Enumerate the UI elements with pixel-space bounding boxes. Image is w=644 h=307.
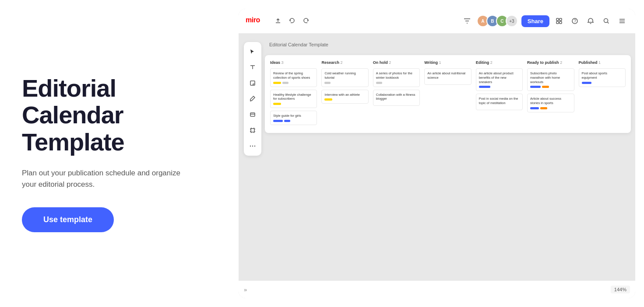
col-header-writing: Writing 1 (424, 60, 471, 65)
col-header-published: Published 1 (579, 60, 626, 65)
svg-rect-1 (556, 18, 559, 21)
kanban-card: Review of the spring collection of sport… (270, 68, 317, 87)
page-title: EditorialCalendarTemplate (22, 75, 217, 156)
kanban-card: Post in social media on the topic of med… (476, 94, 523, 110)
svg-point-11 (250, 146, 251, 147)
pen-tool[interactable] (246, 92, 260, 106)
svg-text:miro: miro (246, 16, 260, 24)
notification-icon[interactable] (584, 15, 597, 27)
svg-point-7 (604, 19, 608, 23)
svg-point-12 (252, 146, 253, 147)
board-label: Editorial Calendar Template (269, 42, 328, 47)
text-tool[interactable] (246, 60, 260, 74)
miro-canvas: miro (239, 9, 635, 298)
toolbar-right: A B C +3 Share ? (461, 15, 628, 27)
kanban-card: Interview with an athlete (321, 90, 368, 104)
column-editing: Editing 2 An article about product benef… (476, 60, 523, 128)
avatar-group: A B C +3 (477, 15, 518, 27)
sticky-note-tool[interactable] (246, 76, 260, 90)
kanban-card: A series of photos for the winter lookbo… (373, 68, 420, 87)
col-header-editing: Editing 2 (476, 60, 523, 65)
column-writing: Writing 1 An article about nutritional s… (424, 60, 471, 128)
svg-rect-9 (250, 113, 255, 116)
share-upload-icon[interactable] (272, 15, 284, 27)
svg-rect-4 (560, 21, 562, 24)
svg-rect-2 (560, 18, 562, 21)
zoom-level[interactable]: 144% (611, 286, 630, 293)
kanban-card: Article about success stories in sports (527, 94, 574, 112)
kanban-card: An article about nutritional science (424, 68, 471, 85)
column-ideas: Ideas 3 Review of the spring collection … (270, 60, 317, 128)
kanban-card: Style guide for girls (270, 111, 317, 125)
miro-logo: miro (246, 16, 264, 26)
col-header-ready-to-publish: Ready to publish 2 (527, 60, 574, 65)
kanban-columns: Ideas 3 Review of the spring collection … (270, 60, 626, 128)
miro-toolbar: miro (239, 9, 635, 33)
col-header-research: Research 2 (321, 60, 368, 65)
column-on-hold: On hold 2 A series of photos for the win… (373, 60, 420, 128)
kanban-card: An article about product benefits of the… (476, 68, 523, 91)
undo-icon[interactable] (286, 15, 298, 27)
canvas-area: Editorial Calendar Template Ideas 3 Revi… (239, 33, 635, 281)
select-tool[interactable] (246, 45, 260, 59)
col-header-ideas: Ideas 3 (270, 60, 317, 65)
svg-rect-8 (250, 81, 255, 85)
help-icon[interactable]: ? (569, 15, 581, 27)
kanban-board: Ideas 3 Review of the spring collection … (265, 55, 631, 133)
svg-rect-10 (251, 129, 254, 132)
kanban-card: Collaboration with a fitness blogger (373, 90, 420, 106)
redo-icon[interactable] (300, 15, 312, 27)
svg-point-13 (254, 146, 255, 147)
embed-tool[interactable] (246, 108, 260, 122)
kanban-card: Cold weather running tutorial (321, 68, 368, 87)
kanban-card: Healthy lifestyle challenge for subscrib… (270, 90, 317, 108)
use-template-button[interactable]: Use template (22, 207, 114, 232)
expand-icon[interactable]: » (244, 286, 247, 293)
col-header-on-hold: On hold 2 (373, 60, 420, 65)
frame-tool[interactable] (246, 123, 260, 137)
svg-text:?: ? (574, 19, 577, 24)
avatar-count: +3 (506, 15, 518, 27)
column-research: Research 2 Cold weather running tutorial… (321, 60, 368, 128)
left-panel: EditorialCalendarTemplate Plan out your … (0, 0, 239, 307)
svg-rect-3 (556, 21, 559, 24)
column-published: Published 1 Post about sports equipment (579, 60, 626, 128)
miro-bottom-bar: » 144% (239, 281, 635, 298)
left-sidebar (244, 42, 261, 156)
more-tools[interactable] (246, 139, 260, 153)
filter-icon[interactable] (461, 15, 473, 27)
settings-icon[interactable] (553, 15, 565, 27)
kanban-card: Subscribers photo marathon with home wor… (527, 68, 574, 91)
subtitle: Plan out your publication schedule and o… (22, 167, 188, 190)
menu-icon[interactable] (616, 15, 628, 27)
kanban-card: Post about sports equipment (579, 68, 626, 87)
share-button[interactable]: Share (521, 15, 549, 27)
search-icon[interactable] (600, 15, 612, 27)
column-ready-to-publish: Ready to publish 2 Subscribers photo mar… (527, 60, 574, 128)
